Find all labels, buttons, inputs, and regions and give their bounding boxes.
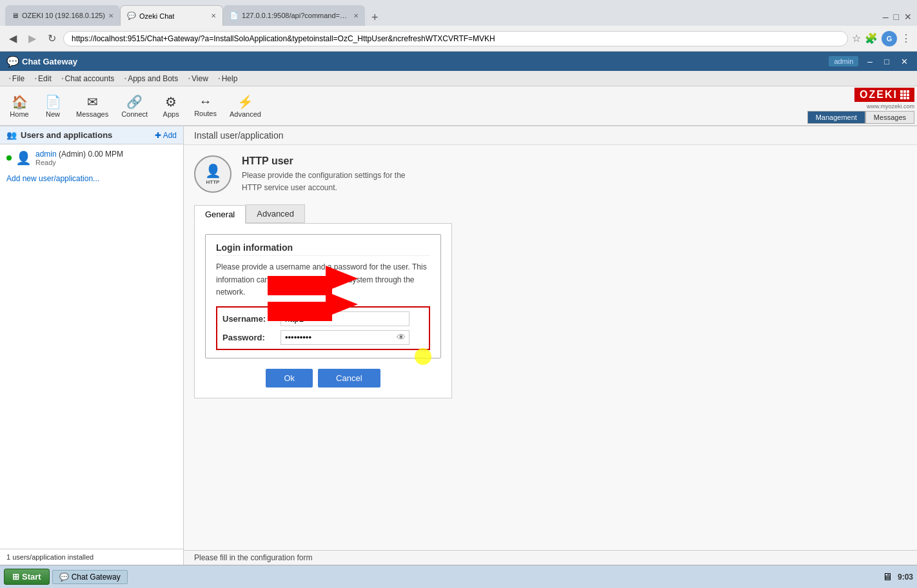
menu-chat-accounts[interactable]: ▪ Chat accounts (58, 73, 119, 84)
password-eye-icon[interactable]: 👁 (397, 332, 406, 342)
menu-help[interactable]: ▪ Help (215, 73, 242, 84)
address-input[interactable] (63, 31, 848, 46)
app-titlebar: 💬 Chat Gateway admin – □ ✕ (0, 52, 917, 71)
tab2-label: Ozeki Chat (139, 12, 174, 20)
http-user-info: HTTP user Please provide the configurati… (242, 155, 406, 194)
advanced-icon: ⚡ (237, 94, 253, 110)
http-person-icon: 👤 (205, 162, 221, 179)
app-title-right: admin – □ ✕ (829, 56, 911, 66)
password-row: Password: 👁 (222, 330, 424, 345)
login-info-title: Login information (216, 242, 430, 256)
app-window: 💬 Chat Gateway admin – □ ✕ ▪ File ▪ Edit… (0, 52, 917, 565)
taskbar-chat-gateway[interactable]: 💬 Chat Gateway (52, 570, 128, 584)
add-button[interactable]: ✚ Add (155, 131, 177, 140)
extensions-icon[interactable]: 🧩 (865, 32, 878, 44)
messages-icon: ✉ (87, 94, 98, 110)
new-tab-button[interactable]: + (368, 10, 382, 26)
home-icon: 🏠 (12, 94, 28, 110)
user-name-link[interactable]: admin (35, 150, 57, 159)
http-user-header: 👤 HTTP HTTP user Please provide the conf… (194, 155, 907, 194)
tab1-label: OZEKI 10 (192.168.0.125) (22, 12, 105, 19)
tab-general[interactable]: General (194, 205, 246, 224)
http-user-icon: 👤 HTTP (194, 155, 232, 193)
username-row: Username: (222, 311, 424, 326)
status-message: Please fill in the configuration form (194, 553, 312, 562)
browser-tab-ozeki10[interactable]: 🖥 OZEKI 10 (192.168.0.125) ✕ (5, 5, 120, 26)
minimize-btn[interactable]: – (883, 12, 889, 23)
http-user-desc: Please provide the configuration setting… (242, 170, 406, 194)
ozeki-grid-icon (900, 90, 909, 99)
sidebar-spacer (0, 186, 183, 549)
browser-tab-ozekichat[interactable]: 💬 Ozeki Chat ✕ (120, 5, 223, 26)
toolbar-advanced-btn[interactable]: ⚡ Advanced (223, 88, 268, 124)
app-title: Chat Gateway (22, 57, 77, 66)
reload-button[interactable]: ↻ (44, 31, 59, 46)
ozeki-logo: OZEKI (854, 88, 914, 102)
menu-apps-bots[interactable]: ▪ Apps and Bots (121, 73, 182, 84)
start-button[interactable]: ⊞ Start (4, 569, 50, 585)
tab3-close[interactable]: ✕ (353, 12, 359, 19)
ok-button[interactable]: Ok (266, 369, 313, 387)
login-info-desc: Please provide a username and a password… (216, 261, 430, 299)
browser-tab-api[interactable]: 📄 127.0.0.1:9508/api?command=Se... ✕ (223, 5, 365, 26)
username-input[interactable] (281, 311, 409, 326)
app-minimize-btn[interactable]: – (865, 56, 875, 66)
sidebar-header: 👥 Users and applications ✚ Add (0, 126, 183, 144)
menu-edit[interactable]: ▪ Edit (31, 73, 55, 84)
login-info-box: Login information Please provide a usern… (205, 234, 441, 358)
tab1-close[interactable]: ✕ (108, 12, 113, 19)
form-tab-content: Login information Please provide a usern… (194, 223, 452, 398)
toolbar-connect-btn[interactable]: 🔗 Connect (115, 88, 154, 124)
toolbar-apps-btn[interactable]: ⚙ Apps (154, 88, 188, 124)
menu-dots-icon[interactable]: ⋮ (901, 32, 912, 44)
mgmt-tabs: Management Messages (807, 111, 914, 124)
username-label: Username: (222, 314, 281, 324)
connect-icon: 🔗 (126, 94, 143, 110)
taskbar-chat-icon: 💬 (59, 573, 69, 582)
new-icon: 📄 (45, 94, 61, 110)
browser-chrome: 🖥 OZEKI 10 (192.168.0.125) ✕ 💬 Ozeki Cha… (0, 0, 917, 52)
user-name-mpm: admin (Admin) 0.00 MPM (35, 150, 123, 159)
content-section-title: Install user/application (194, 130, 284, 141)
menu-view[interactable]: ▪ View (184, 73, 212, 84)
back-button[interactable]: ◀ (5, 31, 21, 46)
content-area: Install user/application 👤 HTTP HTTP use… (184, 126, 917, 565)
bookmark-icon[interactable]: ☆ (852, 32, 861, 44)
app-close-btn[interactable]: ✕ (898, 57, 911, 66)
user-status-text: Ready (35, 159, 123, 166)
start-windows-icon: ⊞ (12, 572, 19, 582)
toolbar-routes-btn[interactable]: ↔ Routes (188, 88, 223, 124)
password-input[interactable] (281, 330, 409, 345)
password-label: Password: (222, 333, 281, 342)
cancel-button[interactable]: Cancel (318, 369, 380, 387)
menu-file[interactable]: ▪ File (5, 73, 28, 84)
credentials-highlight: Username: Password: 👁 (216, 306, 430, 350)
close-btn[interactable]: ✕ (904, 12, 912, 23)
messages-tab[interactable]: Messages (865, 111, 914, 124)
profile-icon[interactable]: G (882, 31, 897, 46)
management-tab[interactable]: Management (807, 111, 865, 124)
add-user-link[interactable]: Add new user/application... (0, 172, 183, 186)
forward-button[interactable]: ▶ (25, 31, 40, 46)
form-buttons: Ok Cancel (205, 369, 441, 387)
taskbar-monitor-icon[interactable]: 🖥 (882, 571, 892, 583)
user-item-admin[interactable]: 👤 admin (Admin) 0.00 MPM Ready (0, 144, 183, 172)
app-maximize-btn[interactable]: □ (882, 57, 892, 66)
toolbar-messages-btn[interactable]: ✉ Messages (70, 88, 115, 124)
ozeki-subtext: www.myozeki.com (867, 103, 914, 110)
tab-advanced[interactable]: Advanced (246, 204, 305, 223)
users-icon: 👥 (6, 130, 17, 140)
toolbar-new-btn[interactable]: 📄 New (36, 88, 70, 124)
tab2-close[interactable]: ✕ (211, 12, 216, 19)
taskbar: ⊞ Start 💬 Chat Gateway 🖥 9:03 (0, 565, 917, 588)
menu-bar: ▪ File ▪ Edit ▪ Chat accounts ▪ Apps and… (0, 71, 917, 86)
maximize-btn[interactable]: □ (894, 12, 899, 23)
main-layout: 👥 Users and applications ✚ Add 👤 admin (… (0, 126, 917, 565)
content-status-bar: Please fill in the configuration form (184, 550, 917, 565)
tab3-favicon: 📄 (230, 12, 239, 20)
form-tabs: General Advanced (194, 204, 907, 223)
password-input-wrap: 👁 (281, 330, 409, 345)
install-panel: 👤 HTTP HTTP user Please provide the conf… (184, 145, 917, 550)
toolbar-home-btn[interactable]: 🏠 Home (3, 88, 36, 124)
user-status-dot (6, 155, 12, 161)
